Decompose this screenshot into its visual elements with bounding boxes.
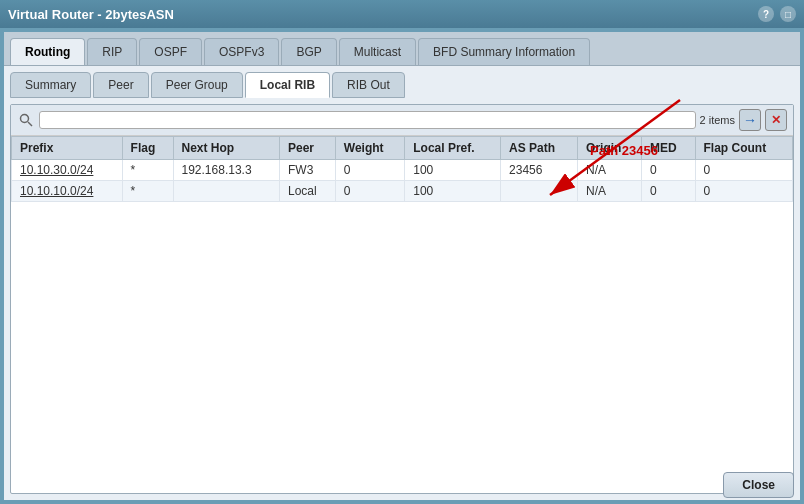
subtab-peer[interactable]: Peer (93, 72, 148, 98)
cell-local-pref: 100 (405, 160, 501, 181)
search-input[interactable] (39, 111, 696, 129)
sub-tabs: Summary Peer Peer Group Local RIB RIB Ou… (10, 72, 794, 98)
data-table: Prefix Flag Next Hop Peer Weight Local P… (11, 136, 793, 202)
window-title: Virtual Router - 2bytesASN (8, 7, 174, 22)
tab-routing[interactable]: Routing (10, 38, 85, 65)
content-area: Summary Peer Peer Group Local RIB RIB Ou… (4, 66, 800, 500)
tab-ospf[interactable]: OSPF (139, 38, 202, 65)
col-flag: Flag (122, 137, 173, 160)
items-count: 2 items (700, 114, 735, 126)
cell-weight: 0 (335, 160, 404, 181)
cell-flag: * (122, 160, 173, 181)
tab-bgp[interactable]: BGP (281, 38, 336, 65)
col-prefix: Prefix (12, 137, 123, 160)
tab-multicast[interactable]: Multicast (339, 38, 416, 65)
bottom-bar: Close (713, 466, 804, 504)
main-container: Routing RIP OSPF OSPFv3 BGP Multicast BF… (4, 32, 800, 500)
search-bar: 2 items → ✕ (11, 105, 793, 136)
tab-bfd[interactable]: BFD Summary Information (418, 38, 590, 65)
col-local-pref: Local Pref. (405, 137, 501, 160)
subtab-rib-out[interactable]: RIB Out (332, 72, 405, 98)
cell-med: 0 (642, 181, 695, 202)
subtab-peer-group[interactable]: Peer Group (151, 72, 243, 98)
subtab-local-rib[interactable]: Local RIB (245, 72, 330, 98)
cell-weight: 0 (335, 181, 404, 202)
cell-origin: N/A (578, 160, 642, 181)
col-flap-count: Flap Count (695, 137, 793, 160)
cell-flap-count: 0 (695, 181, 793, 202)
col-as-path: AS Path (501, 137, 578, 160)
col-med: MED (642, 137, 695, 160)
cell-prefix[interactable]: 10.10.30.0/24 (12, 160, 123, 181)
export-button[interactable]: → (739, 109, 761, 131)
cell-next-hop: 192.168.13.3 (173, 160, 279, 181)
table-scroll[interactable]: Prefix Flag Next Hop Peer Weight Local P… (11, 136, 793, 493)
table-row: 10.10.30.0/24*192.168.13.3FW3010023456N/… (12, 160, 793, 181)
cell-peer: FW3 (279, 160, 335, 181)
tab-rip[interactable]: RIP (87, 38, 137, 65)
table-header-row: Prefix Flag Next Hop Peer Weight Local P… (12, 137, 793, 160)
col-next-hop: Next Hop (173, 137, 279, 160)
cell-as-path: 23456 (501, 160, 578, 181)
col-peer: Peer (279, 137, 335, 160)
tab-ospfv3[interactable]: OSPFv3 (204, 38, 279, 65)
subtab-summary[interactable]: Summary (10, 72, 91, 98)
clear-button[interactable]: ✕ (765, 109, 787, 131)
svg-point-0 (21, 115, 29, 123)
top-tabs: Routing RIP OSPF OSPFv3 BGP Multicast BF… (4, 32, 800, 66)
cell-prefix[interactable]: 10.10.10.0/24 (12, 181, 123, 202)
table-row: 10.10.10.0/24*Local0100N/A00 (12, 181, 793, 202)
close-button[interactable]: Close (723, 472, 794, 498)
cell-origin: N/A (578, 181, 642, 202)
maximize-icon[interactable]: □ (780, 6, 796, 22)
title-bar: Virtual Router - 2bytesASN ? □ (0, 0, 804, 28)
cell-peer: Local (279, 181, 335, 202)
search-icon (17, 111, 35, 129)
cell-next-hop (173, 181, 279, 202)
col-origin: Origin (578, 137, 642, 160)
cell-flap-count: 0 (695, 160, 793, 181)
cell-med: 0 (642, 160, 695, 181)
svg-line-1 (28, 122, 32, 126)
help-icon[interactable]: ? (758, 6, 774, 22)
cell-flag: * (122, 181, 173, 202)
cell-as-path (501, 181, 578, 202)
col-weight: Weight (335, 137, 404, 160)
table-panel: 2 items → ✕ Prefix Flag Next Hop Peer We… (10, 104, 794, 494)
cell-local-pref: 100 (405, 181, 501, 202)
